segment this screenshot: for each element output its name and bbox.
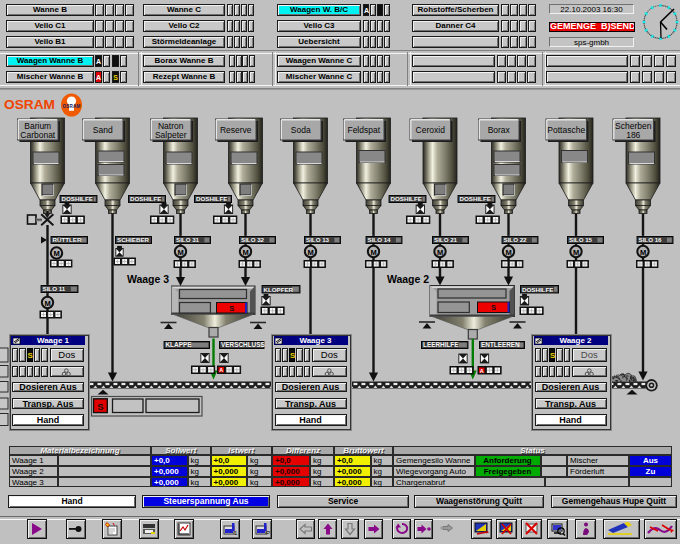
svg-text:VERSCHLUSS: VERSCHLUSS [221,341,265,348]
svg-text:SILO 15: SILO 15 [569,236,593,243]
svg-text:SILO 11: SILO 11 [43,285,66,292]
svg-text:SILO 16: SILO 16 [639,236,663,243]
svg-text:S: S [491,303,496,312]
svg-text:KLAPPE: KLAPPE [166,341,193,348]
svg-text:S: S [229,304,234,313]
svg-text:M: M [640,248,646,257]
svg-text:A: A [219,367,223,373]
svg-text:186: 186 [626,130,640,140]
svg-text:OSRAM: OSRAM [4,98,55,112]
svg-text:SILO 13: SILO 13 [306,236,330,243]
svg-text:SCHIEBER: SCHIEBER [117,236,150,243]
svg-text:SILO 14: SILO 14 [368,236,392,243]
svg-text:M: M [177,248,183,257]
svg-text:LEERHILFE: LEERHILFE [423,341,459,348]
svg-text:Borax: Borax [488,125,511,135]
svg-text:DOSHILFE: DOSHILFE [391,195,422,202]
svg-text:DOSHILFE: DOSHILFE [62,195,93,202]
svg-text:M: M [242,248,248,257]
svg-text:M: M [307,248,313,257]
svg-text:OSRAM: OSRAM [62,104,80,109]
svg-text:M: M [437,248,443,257]
svg-text:M: M [573,248,579,257]
svg-text:Salpeter: Salpeter [155,130,187,140]
svg-text:DOSHILFE: DOSHILFE [196,195,227,202]
svg-text:Ceroxid: Ceroxid [416,125,446,135]
svg-text:S: S [97,401,103,412]
svg-text:A: A [480,368,484,374]
svg-text:Sand: Sand [93,125,113,135]
svg-text:Waage 2: Waage 2 [387,273,429,285]
svg-text:DOSHILFE: DOSHILFE [522,286,553,293]
svg-text:SILO 21: SILO 21 [434,236,458,243]
svg-text:ENTLEEREN: ENTLEEREN [481,341,520,348]
svg-text:Waage 3: Waage 3 [127,273,169,285]
svg-text:RÜTTLER: RÜTTLER [53,236,82,243]
svg-text:Pottasche: Pottasche [547,125,585,135]
svg-text:KLOPFER: KLOPFER [264,286,294,293]
svg-text:Reserve: Reserve [220,125,252,135]
svg-text:Carbonat: Carbonat [20,130,56,140]
svg-text:Soda: Soda [291,125,311,135]
svg-text:1: 1 [234,530,238,536]
svg-text:M: M [370,248,376,257]
svg-text:Feldspat: Feldspat [347,125,380,135]
svg-text:SILO 32: SILO 32 [241,236,265,243]
svg-text:SILO 31: SILO 31 [176,236,200,243]
svg-text:M: M [505,248,511,257]
svg-text:P: P [266,530,270,536]
svg-text:DOSHILFE: DOSHILFE [130,195,161,202]
svg-text:M: M [53,249,59,258]
svg-text:DOSHILFE: DOSHILFE [460,195,491,202]
svg-text:M: M [44,299,50,308]
svg-text:SILO 22: SILO 22 [504,236,528,243]
